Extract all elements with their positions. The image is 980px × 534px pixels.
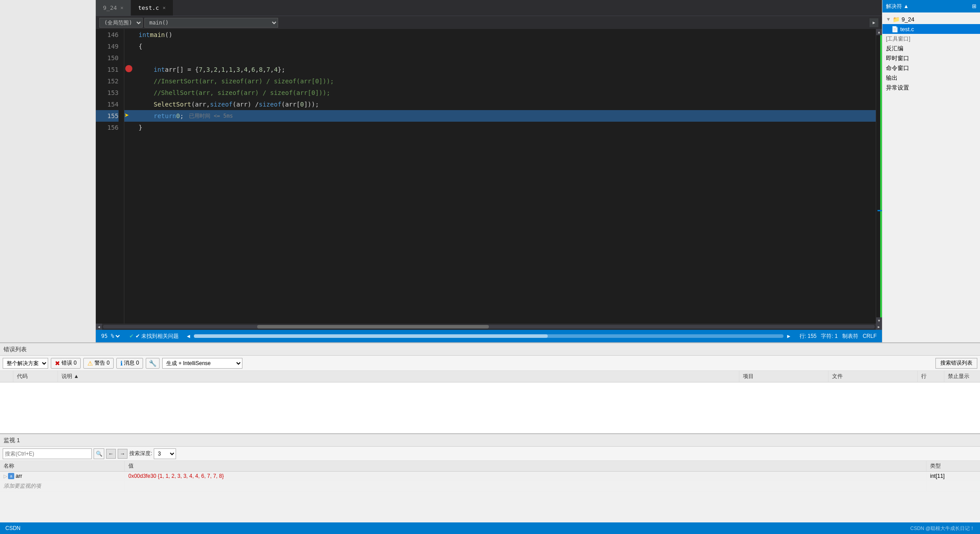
zoom-select-container[interactable]: 95 % <box>96 330 125 342</box>
col-desc[interactable]: 说明 ▲ <box>58 371 739 382</box>
error-table-header: 代码 说明 ▲ 项目 文件 行 禁止显示 <box>0 371 980 382</box>
no-issues-indicator: ✔ ✔ 未找到相关问题 <box>125 333 183 340</box>
scroll-thumb-h[interactable] <box>257 325 489 329</box>
scroll-track-v[interactable] <box>876 35 882 317</box>
right-panel-tree: ▼ 📁 9_24 📄 test.c [工具窗口] 反汇编 <box>882 12 980 342</box>
code-line-156: } <box>135 122 876 133</box>
tree-item-exception[interactable]: 异常设置 <box>882 83 980 93</box>
scroll-right-btn-h[interactable]: ▶ <box>876 324 882 330</box>
error-list-toolbar: 整个解决方案 ✖ 错误 0 ⚠ 警告 0 ℹ 消息 0 🔧 生成 + Intel… <box>0 356 980 371</box>
tab-9-24[interactable]: 9_24 ✕ <box>96 0 131 16</box>
col-line[interactable]: 行 <box>918 371 944 382</box>
watch-value-cell: 0x00d3fe30 {1, 1, 2, 3, 3, 4, 4, 6, 7, 7… <box>125 472 927 481</box>
watch-row-arr[interactable]: ▷ a arr 0x00d3fe30 {1, 1, 2, 3, 3, 4, 4,… <box>0 472 980 481</box>
col-suppress[interactable]: 禁止显示 <box>944 371 980 382</box>
editor-area: 9_24 ✕ test.c ✕ (全局范围) main() ▶ <box>96 0 882 342</box>
obj-icon: a <box>8 473 14 479</box>
code-editor-body: 146 149 150 151 152 153 154 155 156 <box>96 29 882 324</box>
watch-col-value[interactable]: 值 <box>125 461 927 471</box>
right-panel: 解决符 ▲ ⊞ ▼ 📁 9_24 📄 test.c [工具窗口] <box>882 0 980 342</box>
error-table-body <box>0 382 980 433</box>
error-list-header: 错误列表 <box>0 343 980 356</box>
watch-panel: 监视 1 🔍 ← → 搜索深度: 3 名称 值 类型 <box>0 433 980 522</box>
col-file[interactable]: 文件 <box>828 371 918 382</box>
tree-item-test-c[interactable]: 📄 test.c <box>882 24 980 34</box>
error-btn[interactable]: ✖ 错误 0 <box>51 358 81 369</box>
watch-search-btn[interactable]: 🔍 <box>94 448 104 459</box>
watch-col-header: 名称 值 类型 <box>0 461 980 472</box>
tree-item-output[interactable]: 输出 <box>882 73 980 83</box>
watch-table: 名称 值 类型 ▷ a arr 0x00d3fe30 {1, 1, 2, 3, … <box>0 461 980 522</box>
line-gutter: 146 149 150 151 152 153 154 155 156 <box>96 29 124 324</box>
depth-select[interactable]: 3 <box>154 448 176 459</box>
folder-icon: 📁 <box>893 16 900 23</box>
tree-item-9-24[interactable]: ▼ 📁 9_24 <box>882 14 980 24</box>
zoom-select[interactable]: 95 % <box>99 333 121 340</box>
scroll-left-status[interactable]: ◀ <box>183 333 193 340</box>
bottom-panels: 错误列表 整个解决方案 ✖ 错误 0 ⚠ 警告 0 ℹ 消息 0 <box>0 342 980 534</box>
code-line-152: //InsertSort(arr, sizeof(arr) / sizeof(a… <box>135 75 876 87</box>
info-btn[interactable]: ℹ 消息 0 <box>116 358 143 369</box>
editor-scrollbar-v[interactable]: ▲ ▼ <box>876 29 882 324</box>
line-num-150: 150 <box>96 52 119 64</box>
tree-item-cmd[interactable]: 命令窗口 <box>882 63 980 73</box>
scroll-down-btn[interactable]: ▼ <box>876 317 882 324</box>
tab-test-c[interactable]: test.c ✕ <box>131 0 173 16</box>
code-line-155: return 0; 已用时间 <= 5ms <box>135 110 876 122</box>
watch-col-type[interactable]: 类型 <box>927 461 980 471</box>
watch-nav-fwd[interactable]: → <box>118 449 127 459</box>
col-project[interactable]: 项目 <box>739 371 828 382</box>
left-panel <box>0 0 96 342</box>
bs-item-main[interactable]: CSDN <box>0 522 26 534</box>
scroll-up-btn[interactable]: ▲ <box>876 29 882 35</box>
line-num-151: 151 <box>96 64 119 75</box>
watch-nav-back[interactable]: ← <box>106 449 116 459</box>
code-line-150 <box>135 52 876 64</box>
search-depth-label: 搜索深度: <box>129 450 152 457</box>
search-error-btn[interactable]: 搜索错误列表 <box>935 358 977 369</box>
code-line-149: { − <box>135 41 876 52</box>
watch-search-input[interactable] <box>3 448 92 459</box>
scope-select-errlist[interactable]: 整个解决方案 <box>3 358 48 369</box>
line-num-152: 152 <box>96 75 119 87</box>
scroll-right-btn[interactable]: ▶ <box>869 18 878 27</box>
panel-header-icon[interactable]: ⊞ <box>972 3 976 9</box>
editor-scrollbar-h[interactable]: ◀ ▶ <box>96 324 882 330</box>
col-icon <box>0 371 13 382</box>
file-icon: 📄 <box>891 26 898 33</box>
editor-toolbar: (全局范围) main() ▶ <box>96 16 882 29</box>
error-icon: ✖ <box>55 360 60 367</box>
warn-icon: ⚠ <box>87 360 93 367</box>
csdn-watermark: CSDN @聪根大牛成长日记！ <box>910 525 980 532</box>
code-line-154: SelectSort(arr, sizeof(arr) / sizeof(arr… <box>135 99 876 110</box>
col-code[interactable]: 代码 <box>13 371 58 382</box>
code-line-146: int main() <box>135 29 876 41</box>
scope-select[interactable]: (全局范围) <box>99 18 143 28</box>
bottom-status-bar: CSDN CSDN @聪根大牛成长日记！ <box>0 522 980 534</box>
watch-col-name[interactable]: 名称 <box>0 461 125 471</box>
tree-section-tools: [工具窗口] <box>882 34 980 44</box>
breakpoint-col: ➤ <box>124 29 135 324</box>
timing-hint: 已用时间 <= 5ms <box>189 110 233 122</box>
warn-btn[interactable]: ⚠ 警告 0 <box>83 358 114 369</box>
code-lines[interactable]: int main() { − int arr[] = { 7,3,2,1,1,3… <box>135 29 876 324</box>
line-num-155: 155 <box>96 110 119 122</box>
code-line-151: int arr[] = { 7,3,2,1,1,3,4,6,8,7,4 }; <box>135 64 876 75</box>
watch-header: 监视 1 <box>0 434 980 447</box>
tab-close-icon[interactable]: ✕ <box>120 5 123 11</box>
info-icon: ℹ <box>120 360 123 367</box>
tree-item-disasm[interactable]: 反汇编 <box>882 44 980 53</box>
expand-icon[interactable]: ▷ <box>4 473 7 479</box>
watch-add-hint[interactable]: 添加要监视的项 <box>0 481 980 492</box>
scroll-left-btn[interactable]: ◀ <box>96 324 102 330</box>
line-num-154: 154 <box>96 99 119 110</box>
func-select[interactable]: main() <box>144 18 278 28</box>
scroll-track-h[interactable] <box>103 325 875 329</box>
scroll-right-status[interactable]: ▶ <box>783 333 794 340</box>
tree-item-immediate[interactable]: 即时窗口 <box>882 53 980 63</box>
tab-close-icon-2[interactable]: ✕ <box>163 5 166 11</box>
build-select[interactable]: 生成 + IntelliSense <box>162 358 242 369</box>
filter-icon-btn[interactable]: 🔧 <box>146 358 160 369</box>
code-line-153: //ShellSort(arr, sizeof(arr) / sizeof(ar… <box>135 87 876 99</box>
watch-toolbar: 🔍 ← → 搜索深度: 3 <box>0 447 980 461</box>
